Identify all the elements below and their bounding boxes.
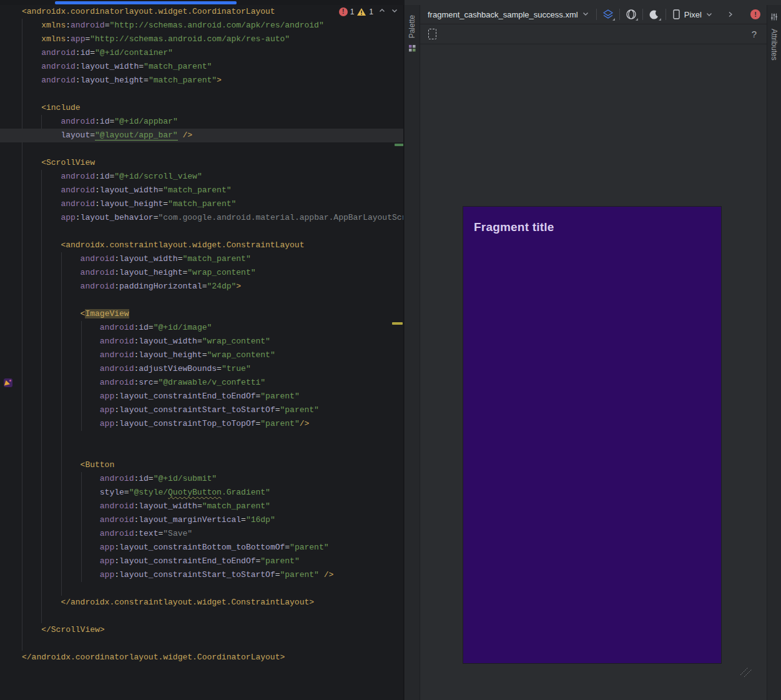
attributes-tool-stripe[interactable]: Attributes — [767, 5, 781, 700]
next-issue-icon[interactable] — [391, 7, 398, 16]
xml-editor-panel[interactable]: <androidx.coordinatorlayout.widget.Coord… — [0, 5, 404, 700]
drawable-preview-icon[interactable] — [4, 378, 12, 387]
layout-design-panel: Palette fragment_cashback_sample_success… — [405, 0, 781, 700]
attributes-stripe-label[interactable]: Attributes — [770, 29, 779, 61]
code-line[interactable]: <Button — [0, 458, 404, 472]
night-mode-button[interactable] — [647, 7, 662, 22]
warning-count: 1 — [369, 7, 373, 16]
code-line[interactable] — [0, 609, 404, 623]
error-count: 1 — [350, 7, 355, 16]
code-line[interactable]: app:layout_constraintBottom_toBottomOf="… — [0, 541, 404, 555]
code-line[interactable]: layout="@layout/app_bar" /> — [0, 129, 404, 142]
code-line[interactable]: android:layout_width="match_parent" — [0, 500, 404, 513]
device-label: Pixel — [684, 10, 702, 19]
device-chevron-icon — [705, 11, 713, 18]
code-line[interactable] — [0, 582, 404, 596]
warning-stripe-mark — [392, 322, 403, 325]
code-line[interactable]: app:layout_behavior="com.google.android.… — [0, 211, 404, 225]
code-line[interactable]: android:layout_width="match_parent" — [0, 252, 404, 266]
code-line[interactable]: android:layout_height="wrap_content" — [0, 266, 404, 280]
code-line[interactable] — [0, 142, 404, 156]
code-line[interactable]: android:layout_height="wrap_content" — [0, 348, 404, 362]
code-line[interactable] — [0, 87, 404, 101]
dropdown-corner-icon — [659, 18, 661, 21]
toolbar-separator — [666, 9, 666, 20]
code-line[interactable] — [0, 445, 404, 458]
palette-stripe-label[interactable]: Palette — [408, 15, 416, 38]
code-line[interactable]: android:layout_height="match_parent" — [0, 197, 404, 211]
code-line[interactable] — [0, 431, 404, 445]
code-line[interactable]: <include — [0, 101, 404, 115]
toolbar-separator — [642, 9, 643, 20]
inspector-widget[interactable]: ! 1 1 — [339, 7, 398, 16]
code-line[interactable] — [0, 293, 404, 307]
code-line[interactable]: android:id="@+id/appbar" — [0, 115, 404, 129]
error-icon[interactable]: ! — [339, 7, 348, 16]
file-tab[interactable]: fragment_cashback_sample_success.xml — [428, 10, 578, 19]
code-line[interactable]: xmlns:app="http://schemas.android.com/ap… — [0, 32, 404, 46]
code-line[interactable]: </androidx.coordinatorlayout.widget.Coor… — [0, 651, 404, 664]
code-line[interactable] — [0, 225, 404, 239]
preview-resize-handle[interactable] — [739, 665, 754, 681]
file-tab-chevron-icon[interactable] — [582, 9, 589, 20]
help-button[interactable]: ? — [752, 29, 757, 39]
code-line[interactable]: android:src="@drawable/v_confetti" — [0, 376, 404, 390]
palette-icon[interactable] — [408, 44, 416, 55]
code-line[interactable]: android:adjustViewBounds="true" — [0, 362, 404, 376]
toolbar-separator — [596, 9, 597, 20]
design-canvas[interactable]: Fragment title — [420, 44, 767, 700]
code-line[interactable]: <ImageView — [0, 307, 404, 321]
code-line[interactable]: </androidx.constraintlayout.widget.Const… — [0, 596, 404, 609]
code-line[interactable] — [0, 637, 404, 651]
orientation-button[interactable] — [624, 7, 639, 22]
code-line[interactable]: android:layout_height="match_parent"> — [0, 74, 404, 87]
progress-bar — [55, 1, 237, 4]
code-line[interactable]: <androidx.constraintlayout.widget.Constr… — [0, 239, 404, 252]
code-line[interactable]: android:layout_width="match_parent" — [0, 184, 404, 197]
phone-icon — [672, 9, 680, 20]
design-surface-button[interactable] — [601, 7, 616, 22]
more-tools-button[interactable] — [723, 7, 738, 22]
prev-issue-icon[interactable] — [378, 7, 386, 16]
code-area[interactable]: <androidx.coordinatorlayout.widget.Coord… — [0, 5, 404, 664]
code-line[interactable]: android:text="Save" — [0, 527, 404, 541]
code-line[interactable]: android:id="@+id/scroll_view" — [0, 170, 404, 184]
code-line[interactable]: android:layout_width="match_parent" — [0, 60, 404, 74]
code-line[interactable]: android:layout_width="wrap_content" — [0, 335, 404, 348]
issues-badge[interactable]: ! — [750, 9, 760, 19]
dropdown-corner-icon — [612, 18, 615, 21]
design-toolbar: fragment_cashback_sample_success.xml — [420, 5, 767, 24]
fragment-title-text: Fragment title — [474, 220, 710, 234]
palette-tool-stripe[interactable]: Palette — [405, 5, 420, 700]
canvas-toolbar: ? — [420, 24, 767, 44]
vcs-change-mark — [395, 144, 404, 146]
dropdown-corner-icon — [636, 18, 638, 21]
code-line[interactable]: xmlns:android="http://schemas.android.co… — [0, 19, 404, 32]
toolbar-separator — [619, 9, 620, 20]
warning-icon[interactable] — [356, 7, 366, 16]
layout-preview[interactable]: Fragment title — [463, 207, 721, 663]
device-selector[interactable]: Pixel — [670, 9, 715, 20]
code-line[interactable]: <ScrollView — [0, 156, 404, 170]
code-line[interactable]: style="@style/QuotyButton.Gradient" — [0, 486, 404, 500]
code-line[interactable]: app:layout_constraintStart_toStartOf="pa… — [0, 403, 404, 417]
attributes-icon[interactable] — [770, 12, 779, 24]
code-line[interactable]: app:layout_constraintEnd_toEndOf="parent… — [0, 390, 404, 403]
code-line[interactable]: android:id="@+id/container" — [0, 46, 404, 60]
code-line[interactable]: app:layout_constraintTop_toTopOf="parent… — [0, 417, 404, 431]
code-line[interactable]: </ScrollView> — [0, 623, 404, 637]
code-line[interactable]: app:layout_constraintStart_toStartOf="pa… — [0, 568, 404, 582]
device-frame-icon[interactable] — [428, 29, 436, 39]
code-line[interactable]: app:layout_constraintEnd_toEndOf="parent… — [0, 555, 404, 568]
code-line[interactable]: android:layout_marginVertical="16dp" — [0, 513, 404, 527]
code-line[interactable]: android:paddingHorizontal="24dp"> — [0, 280, 404, 293]
code-line[interactable]: android:id="@+id/image" — [0, 321, 404, 335]
code-line[interactable]: android:id="@+id/submit" — [0, 472, 404, 486]
